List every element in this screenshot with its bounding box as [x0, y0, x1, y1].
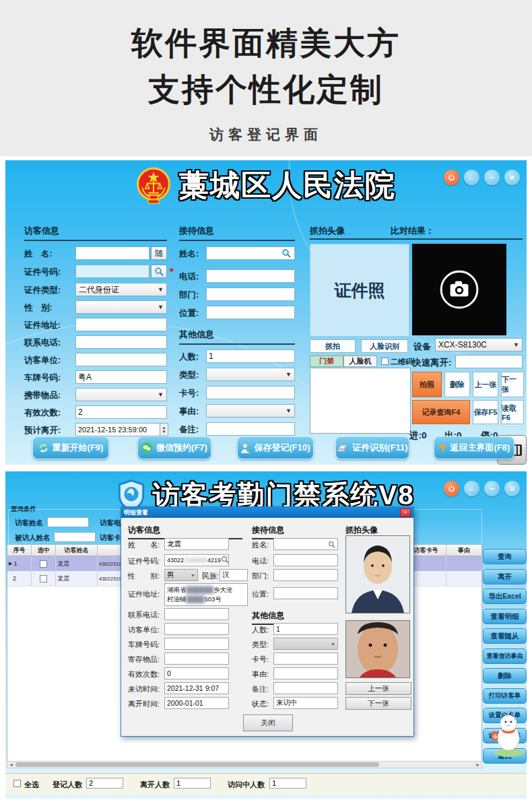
record-query-button[interactable]: 记录查询F4 — [412, 400, 470, 424]
dlg-reason-input[interactable] — [273, 667, 338, 679]
col-header-no[interactable]: 序号 — [7, 545, 32, 556]
minimize-button[interactable]: − — [484, 481, 500, 496]
dlg-address-input[interactable]: 湖南省██████乡大沧 村油铺████503号 — [164, 583, 248, 606]
dlg-times-input[interactable]: 0 — [164, 667, 229, 679]
dlg-rec-dept-input[interactable] — [273, 569, 338, 581]
gender-select[interactable]: ▼ — [75, 300, 167, 314]
dlg-leave-time-input[interactable]: 2000-01-01 — [164, 697, 229, 709]
sidebar-view-petition-reason-button[interactable]: 查看信访事由 — [483, 648, 527, 664]
dlg-count-input[interactable]: 1 — [273, 623, 338, 635]
card-number-input[interactable] — [206, 386, 295, 399]
dlg-status-input[interactable]: 来访中 — [273, 697, 338, 709]
dlg-plate-input[interactable] — [164, 638, 229, 650]
col-header-reason[interactable]: 事由 — [446, 545, 481, 556]
id-address-input[interactable] — [75, 318, 167, 331]
save-f5-button[interactable]: 保存F5 — [473, 400, 498, 424]
name-input[interactable] — [75, 246, 149, 260]
sidebar-leave-button[interactable]: 离开 — [483, 569, 527, 584]
sidebar-view-detail-button[interactable]: 查看明细 — [483, 609, 527, 624]
reception-phone-input[interactable] — [206, 269, 295, 283]
id-scan-button[interactable]: 证件识别(F11) — [335, 436, 409, 459]
minimize-button[interactable]: − — [484, 170, 500, 185]
valid-times-input[interactable] — [75, 405, 167, 419]
reception-position-input[interactable] — [206, 306, 295, 319]
dlg-unit-input[interactable] — [164, 623, 229, 635]
dialog-titlebar[interactable]: 明细查看 × — [121, 507, 413, 518]
take-photo-button[interactable]: 拍照 — [412, 372, 442, 397]
dialog-close-icon[interactable]: × — [400, 508, 411, 517]
dlg-nation-input[interactable]: 汉 — [220, 569, 248, 581]
query-host-name-input[interactable] — [54, 532, 96, 542]
visiting-count-input[interactable] — [269, 778, 306, 789]
tab-door-access[interactable]: 门禁 — [310, 356, 343, 367]
sidebar-print-visitor-slip-button[interactable]: 打印访客单 — [483, 688, 527, 704]
plate-number-input[interactable] — [75, 370, 167, 384]
random-button[interactable]: 随 — [151, 246, 167, 260]
back-button[interactable]: ← — [464, 170, 479, 185]
magnifier-icon[interactable] — [221, 556, 229, 564]
close-button[interactable]: × — [504, 170, 520, 185]
left-count-input[interactable] — [174, 778, 211, 789]
dlg-rec-phone-input[interactable] — [273, 554, 338, 566]
scroll-right-icon[interactable]: ► — [475, 762, 480, 768]
sidebar-query-button[interactable]: 查询 — [483, 549, 527, 564]
row-checkbox[interactable] — [40, 560, 47, 568]
id-type-select[interactable]: 二代身份证▼ — [75, 283, 167, 296]
sidebar-export-excel-button[interactable]: 导出Excel — [483, 589, 527, 604]
dlg-type-select[interactable]: ▼ — [273, 638, 338, 650]
dlg-phone-input[interactable] — [164, 608, 229, 620]
close-button[interactable]: × — [504, 481, 520, 496]
dialog-prev-photo-button[interactable]: 上一张 — [345, 682, 411, 695]
save-registration-button[interactable]: 保存登记(F10) — [237, 436, 314, 459]
read-f6-button[interactable]: 读取F6 — [501, 400, 524, 424]
dlg-card-input[interactable] — [273, 653, 338, 665]
sidebar-view-followers-button[interactable]: 查看随从 — [483, 628, 527, 644]
id-search-button[interactable] — [151, 265, 167, 278]
dlg-rec-name-input[interactable] — [273, 538, 338, 550]
col-header-selected[interactable]: 选中 — [32, 545, 56, 556]
qr-checkbox[interactable] — [381, 358, 389, 365]
people-count-input[interactable] — [206, 349, 295, 363]
scroll-left-icon[interactable]: ◄ — [9, 762, 13, 768]
visitor-unit-input[interactable] — [75, 353, 167, 366]
tab-face-machine[interactable]: 人脸机 — [343, 356, 377, 367]
delete-photo-button[interactable]: 删除 — [444, 372, 470, 397]
carried-items-select[interactable]: ▼ — [75, 388, 167, 401]
row-checkbox[interactable] — [40, 575, 47, 582]
next-photo-button[interactable]: 下一张 — [501, 372, 524, 397]
dlg-visit-time-input[interactable]: 2021-12-31 9:07 — [164, 682, 229, 694]
snap-button[interactable]: 抓拍 — [310, 339, 356, 353]
sidebar-delete-button[interactable]: 删除 — [483, 668, 527, 683]
dlg-deposit-input[interactable] — [164, 653, 229, 665]
back-to-main-button[interactable]: 返回主界面(F8) — [434, 436, 514, 459]
dlg-rec-pos-input[interactable] — [273, 587, 338, 599]
power-button[interactable] — [444, 170, 459, 185]
horizontal-scrollbar[interactable]: ◄ ► — [7, 761, 482, 768]
wechat-booking-button[interactable]: 微信预约(F7) — [137, 436, 211, 459]
reason-select[interactable]: ▼ — [206, 404, 295, 417]
col-header-name[interactable]: 访客姓名 — [56, 545, 98, 556]
dlg-name-input[interactable]: 龙震 — [164, 538, 229, 550]
remark-input[interactable] — [206, 422, 295, 436]
dialog-next-photo-button[interactable]: 下一张 — [345, 697, 411, 710]
back-button[interactable]: ← — [464, 481, 479, 496]
device-list-box[interactable] — [310, 368, 411, 434]
dlg-gender-select[interactable]: 男▼ — [164, 569, 198, 581]
registered-count-input[interactable] — [86, 778, 123, 789]
query-visitor-name-input[interactable] — [47, 517, 89, 527]
magnifier-icon[interactable] — [281, 248, 291, 258]
id-number-input[interactable] — [75, 265, 149, 278]
datetime-spinner[interactable]: ▲▼ — [160, 423, 168, 436]
dialog-close-button[interactable]: 关闭 — [243, 714, 293, 731]
power-button[interactable] — [444, 481, 459, 496]
quick-leave-input[interactable] — [455, 355, 523, 368]
expected-leave-input[interactable] — [75, 423, 160, 436]
device-select[interactable]: XCX-S8130C▼ — [435, 338, 523, 352]
reception-dept-input[interactable] — [206, 288, 295, 301]
scrollbar-thumb[interactable] — [15, 762, 379, 767]
prev-photo-button[interactable]: 上一张 — [473, 372, 498, 397]
contact-phone-input[interactable] — [75, 335, 167, 349]
select-all-checkbox[interactable] — [13, 780, 21, 787]
dlg-remark-input[interactable] — [273, 682, 338, 694]
type-select[interactable]: ▼ — [206, 368, 295, 381]
